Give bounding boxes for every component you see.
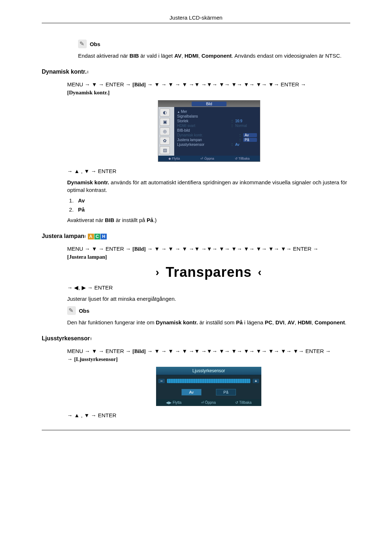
osd-icon-5: ▤: [160, 146, 170, 154]
left-bracket-icon: ›: [156, 266, 160, 278]
deactivated-note: Avaktiverat när BIB är inställt på På.): [67, 216, 350, 224]
right-bracket-icon: ‹: [258, 266, 262, 278]
osd-icon-2: ▣: [160, 118, 170, 126]
osd-icon-4: ✿: [160, 137, 170, 145]
heading-ljusstyrkesensor: Ljusstyrkesensor⁞⁞: [42, 335, 350, 342]
desc-lampan: Justerar ljuset för att minska energiåtg…: [67, 295, 350, 303]
heading-dynamisk-kontr: Dynamisk kontr.⁞⁞: [42, 69, 350, 75]
footer-rule: [42, 430, 350, 430]
osd-icon-1: ◐: [160, 108, 170, 116]
osd2-footer-open: ⏎ Öppna: [201, 401, 216, 405]
osd-screenshot-sensor: Ljusstyrkesensor − + Av På ◀▶ Flytta ⏎ Ö…: [156, 367, 261, 406]
note-label: Obs: [79, 308, 89, 314]
osd-icon-3: ◎: [160, 127, 170, 135]
note-label: Obs: [90, 41, 100, 47]
osd-screenshot-bild: Bild ◐ ▣ ◎ ✿ ▤ Mer Signalbalans Storlek:…: [158, 100, 260, 162]
osd2-title: Ljusstyrkesensor: [156, 367, 261, 375]
footnote-icon: ⁞⁞: [84, 234, 86, 238]
osd-footer-open: ⏎ Öppna: [200, 157, 214, 160]
footnote-icon: ⁞⁞: [90, 337, 91, 341]
heading-justera-lampan: Justera lampan⁞⁞ ACH: [42, 233, 350, 239]
transparens-graphic: › Transparens ‹: [67, 264, 350, 280]
osd-footer-move: ◆ Flytta: [168, 157, 180, 160]
note-heading-1: Obs: [78, 40, 350, 48]
menu-path-dynamisk: MENU → ▼ → ENTER → [Bild] → ▼ → ▼ → ▼ →▼…: [67, 81, 350, 97]
list-item: Av: [75, 197, 350, 204]
pencil-note-icon: [78, 40, 87, 48]
pencil-note-icon: [67, 306, 76, 315]
list-item: På: [75, 206, 350, 213]
option-off: Av: [181, 389, 201, 395]
badge-a: A: [88, 234, 94, 239]
footnote-icon: ⁞⁞: [87, 70, 88, 74]
osd-footer-back: ↺ Tillbaka: [235, 157, 250, 160]
desc-dyn: Dynamisk kontr. används för att automati…: [67, 178, 350, 194]
slider-bar: [167, 379, 250, 383]
page-header: Justera LCD-skärmen: [42, 15, 350, 23]
menu-path-sensor: MENU → ▼ → ENTER → [Bild] → ▼ → ▼ → ▼ →▼…: [67, 347, 350, 363]
option-on: På: [216, 389, 236, 395]
nav-step-lampan: → ◀, ▶ → ENTER: [67, 284, 350, 291]
menu-path-lampan: MENU → ▼ → ENTER → [Bild] → ▼ → ▼ → ▼ →▼…: [67, 245, 350, 261]
osd-tab-bild: Bild: [192, 102, 227, 106]
nav-step-sensor: → ▲ , ▼ → ENTER: [67, 411, 350, 419]
osd2-footer-move: ◀▶ Flytta: [166, 401, 181, 405]
osd2-footer-back: ↺ Tillbaka: [235, 401, 252, 405]
note-text-2: Den här funktionen fungerar inte om Dyna…: [67, 319, 350, 326]
plus-icon: +: [253, 379, 259, 383]
badge-h: H: [101, 234, 107, 239]
note-text-1: Endast aktiverad när BIB är vald i läget…: [78, 52, 350, 59]
nav-step-dyn: → ▲ , ▼ → ENTER: [67, 167, 350, 175]
note-heading-2: Obs: [67, 306, 350, 315]
badge-c: C: [94, 234, 101, 239]
minus-icon: −: [158, 379, 165, 383]
option-list-dyn: Av På: [67, 197, 350, 213]
